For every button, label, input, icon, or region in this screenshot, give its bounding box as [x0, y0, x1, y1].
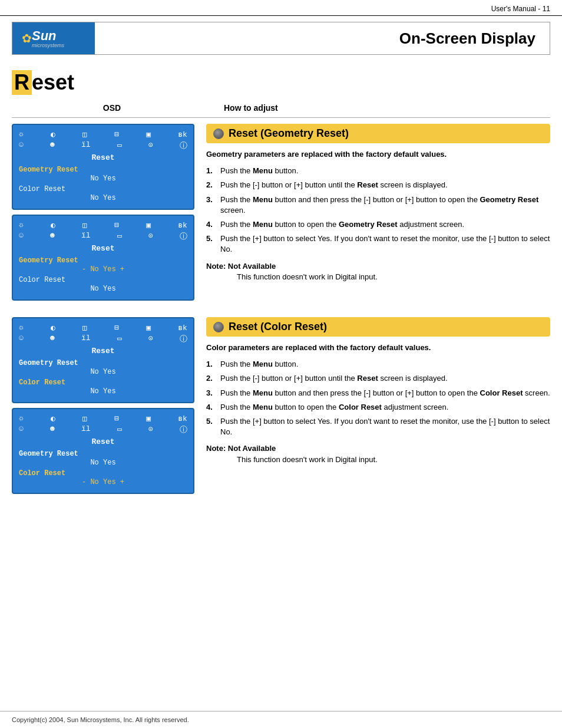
reset-title-rest: eset — [32, 70, 74, 95]
geometry-note-label: Note: Not Available — [206, 262, 276, 271]
timer-icon: ⊙ — [148, 140, 153, 151]
color-heading-text: Reset (Color Reset) — [229, 321, 327, 333]
geometry-note-text: This function doesn't work in Digital in… — [206, 272, 550, 282]
sun-logo-box: ✿ Sun microsystems — [12, 22, 95, 54]
reset-icon: ▭ — [117, 140, 122, 151]
color-osd-geo-no-yes-1: No Yes — [19, 368, 187, 376]
color-osd-reset-label-2: Reset — [19, 437, 187, 446]
position-icon: ⊟ — [114, 130, 119, 139]
section-title-area: Reset — [0, 61, 562, 98]
c1-color-icon: ☺ — [19, 334, 24, 344]
reset-title-r: R — [12, 70, 32, 95]
osd-column-label: OSD — [12, 103, 212, 113]
info-icon: ⓘ — [180, 140, 187, 151]
timer-icon-2: ⊙ — [148, 231, 153, 242]
footer-copyright: Copyright(c) 2004, Sun Microsystems, Inc… — [12, 716, 189, 723]
c2-info-icon: ⓘ — [180, 424, 187, 435]
c2-resolution-icon: ʙk — [178, 414, 187, 423]
osd-geo-no-yes-1: No Yes — [19, 174, 187, 183]
color-osd-color-no-yes-2: - No Yes + — [19, 478, 187, 486]
banner-title: On-Screen Display — [95, 22, 550, 54]
position-icon-2: ⊟ — [114, 220, 119, 230]
color-osd-icons-row-1: ☼ ◐ ◫ ⊟ ▣ ʙk — [19, 323, 187, 332]
c2-selected-icon: ▣ — [146, 414, 151, 423]
color-osd-icons-row-2: ☺ ☻ ïl ▭ ⊙ ⓘ — [19, 334, 187, 344]
step-num-4: 4. — [206, 219, 217, 230]
resolution-icon-2: ʙk — [178, 220, 187, 230]
osd-color-reset-label-1: Color Reset — [19, 185, 187, 193]
c2-contrast-icon: ◐ — [51, 414, 55, 423]
geometry-osd-screen-2: ☼ ◐ ◫ ⊟ ▣ ʙk ☺ ☻ ïl ▭ ⊙ ⓘ Reset Geometry… — [12, 215, 194, 301]
geometry-icon-2: ◫ — [82, 220, 87, 230]
sun-logo-text: Sun — [32, 28, 64, 44]
c1-timer-icon: ⊙ — [148, 334, 153, 344]
c1-position-icon: ⊟ — [114, 323, 119, 332]
osd-icons-row-2: ☺ ☻ ïl ▭ ⊙ ⓘ — [19, 140, 187, 151]
color-heading-circle — [213, 322, 224, 332]
color-steps-list: 1. Push the Menu button. 2. Push the [-]… — [206, 359, 550, 437]
color-note: Note: Not Available This function doesn'… — [206, 443, 550, 465]
info-icon-2: ⓘ — [180, 231, 187, 242]
color-reset-section: ☼ ◐ ◫ ⊟ ▣ ʙk ☺ ☻ ïl ▭ ⊙ ⓘ Reset Geometry… — [12, 317, 550, 499]
c2-reset-icon: ▭ — [117, 424, 122, 435]
color-note-text: This function doesn't work in Digital in… — [206, 454, 550, 465]
osd-icons-row-4: ☺ ☻ ïl ▭ ⊙ ⓘ — [19, 231, 187, 242]
geometry-instructions: Reset (Geometry Reset) Geometry paramete… — [206, 124, 550, 305]
osd-icon-2: ïl — [81, 231, 91, 242]
c1-contrast-icon: ◐ — [51, 323, 55, 332]
color-step-1: 1. Push the Menu button. — [206, 359, 550, 370]
color-step-text-5: Push the [+] button to select Yes. If yo… — [220, 416, 550, 437]
step-num-2: 2. — [206, 180, 217, 190]
color-step-text-3: Push the Menu button and then press the … — [220, 388, 550, 398]
color-note-label: Note: Not Available — [206, 444, 276, 453]
color-step-4: 4. Push the Menu button to open the Colo… — [206, 402, 550, 413]
contrast-icon: ◐ — [51, 130, 55, 139]
color-step-text-4: Push the Menu button to open the Color R… — [220, 402, 550, 413]
color-osd-geo-reset-1: Geometry Reset — [19, 359, 187, 367]
osd-geo-no-yes-2: - No Yes + — [19, 265, 187, 274]
brightness-icon: ☼ — [19, 130, 24, 139]
color-step-num-4: 4. — [206, 402, 217, 413]
color-step-num-3: 3. — [206, 388, 217, 398]
geometry-note: Note: Not Available This function doesn'… — [206, 261, 550, 282]
step-text-2: Push the [-] button or [+] button until … — [220, 180, 550, 190]
c1-reset-icon: ▭ — [117, 334, 122, 344]
geometry-osd-screens: ☼ ◐ ◫ ⊟ ▣ ʙk ☺ ☻ ïl ▭ ⊙ ⓘ Reset Geometry… — [12, 124, 194, 305]
reset-icon-2: ▭ — [117, 231, 122, 242]
color-icon: ☺ — [19, 140, 24, 151]
step-num-3: 3. — [206, 195, 217, 216]
osd-reset-label-2: Reset — [19, 244, 187, 253]
c2-timer-icon: ⊙ — [148, 424, 153, 435]
geometry-step-5: 5. Push the [+] button to select Yes. If… — [206, 233, 550, 255]
color-step-3: 3. Push the Menu button and then press t… — [206, 388, 550, 398]
color-osd-color-reset-1: Color Reset — [19, 378, 187, 387]
color-osd-screen-2: ☼ ◐ ◫ ⊟ ▣ ʙk ☺ ☻ ïl ▭ ⊙ ⓘ Reset Geometry… — [12, 408, 194, 494]
osd-icon: ïl — [81, 140, 91, 151]
c1-geometry-icon: ◫ — [82, 323, 87, 332]
step-num-1: 1. — [206, 166, 217, 176]
color-osd-color-reset-2: Color Reset — [19, 469, 187, 477]
contrast-icon-2: ◐ — [51, 220, 55, 230]
c1-selected-icon: ▣ — [146, 323, 151, 332]
how-to-column-label: How to adjust — [212, 103, 550, 113]
selected-icon-2: ▣ — [146, 220, 151, 230]
step-text-1: Push the Menu button. — [220, 166, 550, 176]
resolution-icon: ʙk — [178, 130, 187, 139]
geometry-heading-circle — [213, 129, 224, 139]
color-osd-reset-label-1: Reset — [19, 347, 187, 355]
brightness-icon-2: ☼ — [19, 220, 24, 230]
sun-logo-sub: microsystems — [32, 42, 64, 48]
geometry-heading-text: Reset (Geometry Reset) — [229, 127, 349, 140]
color-osd-geo-no-yes-2: No Yes — [19, 459, 187, 467]
geometry-step-4: 4. Push the Menu button to open the Geom… — [206, 219, 550, 230]
page-footer: Copyright(c) 2004, Sun Microsystems, Inc… — [0, 711, 562, 728]
c2-color-icon: ☺ — [19, 424, 24, 435]
color-step-5: 5. Push the [+] button to select Yes. If… — [206, 416, 550, 437]
sun-icon: ✿ — [22, 31, 32, 45]
color-osd-icons-row-4: ☺ ☻ ïl ▭ ⊙ ⓘ — [19, 424, 187, 435]
osd-color-no-yes-2: No Yes — [19, 285, 187, 293]
geometry-reset-section: ☼ ◐ ◫ ⊟ ▣ ʙk ☺ ☻ ïl ▭ ⊙ ⓘ Reset Geometry… — [12, 124, 550, 305]
c2-audio-icon: ☻ — [50, 424, 55, 435]
c1-resolution-icon: ʙk — [178, 323, 187, 332]
reset-title: Reset — [12, 70, 550, 95]
